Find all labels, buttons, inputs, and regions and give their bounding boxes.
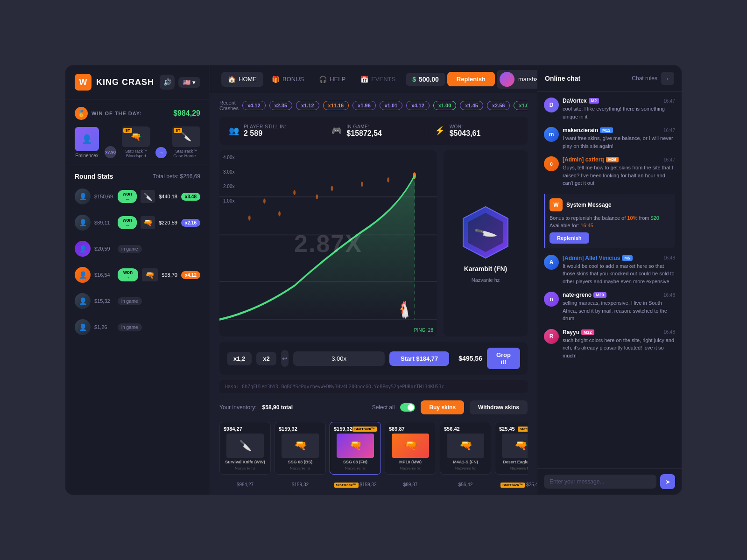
start-button[interactable]: Start $184,77 [389,351,449,366]
prize-name: Karambit (FN) [464,265,507,273]
app-title: KING CRASH [96,77,154,87]
replenish-chat-button[interactable]: Replenish [550,232,589,244]
balance-value: 500.00 [419,76,439,83]
send-button[interactable]: ➤ [660,474,675,489]
nav-bonus-label: BONUS [282,76,304,83]
nav-events[interactable]: 📅 EVENTS [354,72,402,87]
chat-msg-content-0: DaVortex M2 16:47 cool site, I like ever… [563,98,675,120]
won-button-1[interactable]: won → [118,190,137,203]
nav-bonus[interactable]: 🎁 BONUS [265,72,310,87]
crash-chip-3[interactable]: x11.16 [323,101,349,110]
chat-level-1: M12 [600,127,613,133]
y-label-1: 1.00x [223,198,234,203]
nav-home[interactable]: 🏠 HOME [221,72,263,87]
crash-chip-9[interactable]: x2.56 [487,101,510,110]
inv-item-1[interactable]: $159,32 🔫 SSG 08 (BS) Nazvanie hz [275,422,326,475]
chat-msg-content-1: makenzierain M12 16:47 I want free skins… [563,127,675,150]
chat-avatar-2: c [544,156,559,171]
select-all-toggle[interactable] [400,403,415,412]
stat-knife-2: 🔫 [141,216,155,229]
stat-track-badge-2: ST [174,128,182,133]
grab-button[interactable]: Grop it! [487,348,520,369]
inv-sub-4: Nazvanie hz [455,466,476,470]
stat-track-label-2: StatTrack™ [352,427,377,432]
win-of-day: 🏅 WIN OF THE DAY: $984,29 👤 Eminencex x7… [65,99,210,166]
stat-amount-2: $89,11 [94,220,114,225]
won-button-2[interactable]: won → [118,216,137,229]
chat-msg-header-3: [Admin] Allef Vinicius M5 16:48 [563,255,675,261]
win-player-avatar: 👤 [75,127,99,151]
language-button[interactable]: 🇺🇸 ▾ [178,77,200,88]
crash-chip-6[interactable]: x4.12 [406,101,430,110]
recent-crashes-label: RecentCrashes [219,100,239,111]
inv-sub-2: Nazvanie hz [345,466,366,470]
chat-text-3: It would be cool to add a market here so… [563,262,675,286]
replenish-button[interactable]: Replenish [447,72,495,86]
inv-price-3: $89,87 [389,426,405,432]
chat-avatar-3: A [544,255,559,270]
chat-msg-2: c [Admin] catferq M26 16:47 Guys, tell m… [544,156,675,187]
chart-dot-1 [248,216,251,221]
withdraw-button[interactable]: Withdraw skins [470,400,528,414]
players-icon: 👥 [229,126,239,136]
bonus-icon: 🎁 [272,76,280,83]
buy-skins-button[interactable]: Buy skins [421,400,464,414]
bet-mult-1[interactable]: x1,2 [227,352,252,365]
chat-msg-header-5: Rayyu M12 16:48 [563,329,675,336]
inv-img-1: 🔫 [282,434,319,458]
system-msg: W System Message Bonus to replenish the … [544,194,675,248]
inv-item-0[interactable]: $984,27 🔪 Survival Knife (WW) Nazvanie h… [219,422,271,475]
sound-button[interactable]: 🔊 [160,75,175,90]
inv-item-5[interactable]: $25,45 StatTrack™ 🔫 Desert Eagle (BS) Na… [495,422,528,475]
chat-level-5: M12 [581,329,594,335]
sidebar: W KING CRASH 🔊 🇺🇸 ▾ 🏅 WIN OF THE DAY: $9… [65,65,210,495]
inv-price-4: $56,42 [444,426,460,432]
crash-chip-10[interactable]: x1.00 [514,101,528,110]
inv-name-3: MP10 (MW) [399,460,422,464]
chat-msg-0: D DaVortex M2 16:47 cool site, I like ev… [544,98,675,120]
bet-mult-2[interactable]: x2 [256,352,276,365]
chat-level-2: M26 [606,157,619,162]
stat-row-6: 👤 $1,26 in game [75,316,200,338]
won-button-4[interactable]: won → [118,268,138,281]
chat-msg-header-2: [Admin] catferq M26 16:47 [563,156,675,163]
inv-item-3[interactable]: $89,87 🔫 MP10 (MW) Nazvanie hz [385,422,436,475]
inv-name-0: Survival Knife (WW) [225,460,265,464]
system-text: Bonus to replenish the balance of 10% fr… [550,214,669,230]
win-label: WIN OF THE DAY: [92,111,142,116]
stat-won-info: WON: $5043,61 [450,124,481,138]
chat-expand-button[interactable]: › [661,72,674,85]
crash-chip-1[interactable]: x2.35 [269,101,293,110]
y-label-4: 4.00x [223,155,234,160]
ping-indicator: PING: 28 [414,328,433,333]
crash-chip-0[interactable]: x4.12 [242,101,266,110]
chat-rules[interactable]: Chat rules [632,75,657,82]
crash-chip-8[interactable]: x1.45 [460,101,483,110]
chat-text-1: I want free skins, give me balance, or I… [563,134,675,150]
stat-divider-2 [425,122,425,139]
chat-username-0: DaVortex [563,98,587,104]
inv-item-4[interactable]: $56,42 🔫 M4A1-S (FN) Nazvanie hz [440,422,491,475]
inv-sub-1: Nazvanie hz [290,466,310,470]
crash-chip-4[interactable]: x1.96 [352,101,376,110]
stat-won-2: $220,59 [159,220,177,225]
inv-item-2[interactable]: $159,32 StatTrack™ 🔫 SSG 08 (FN) Nazvani… [330,422,381,475]
in-game-icon: 🎮 [331,126,342,136]
crash-chip-7[interactable]: x1.00 [433,101,457,110]
round-stats-header: Round Stats Total bets: $256,69 [75,173,200,180]
players-value: 2 589 [244,129,286,138]
crash-chip-2[interactable]: x1.12 [296,101,319,110]
chat-input[interactable] [544,475,656,489]
chat-level-4: M29 [593,292,606,298]
chart-chicken: 🐔 [400,300,409,320]
nav-help[interactable]: 🎧 HELP [312,72,352,87]
bet-icon-btn-1[interactable]: ↩ [281,350,289,367]
home-icon: 🏠 [228,76,236,83]
chat-username-2: [Admin] catferq [563,156,604,163]
stat-won: ⚡ WON: $5043,61 [435,124,518,138]
stat-track-label-5: StatTrack™ [518,427,528,432]
crash-chip-5[interactable]: x1.01 [380,101,403,110]
inventory-label: Your inventory: [219,404,257,411]
chat-input-area: ➤ [537,468,682,495]
cashout-input[interactable] [293,351,385,366]
